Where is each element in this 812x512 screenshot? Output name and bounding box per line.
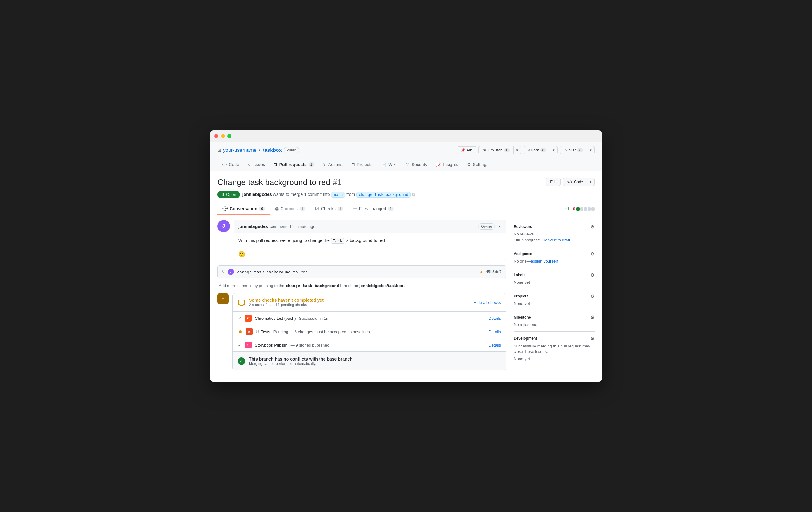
repo-name-link[interactable]: taskbox <box>263 147 282 153</box>
merge-ok-icon: ✓ <box>238 357 245 365</box>
storybook-logo: S <box>245 341 252 349</box>
info-repo-link[interactable]: jonniebigodes/taskbox <box>359 283 403 288</box>
commit-line: ⑂ J change task background to red ● 45b3… <box>218 265 506 278</box>
pin-button[interactable]: 📌 Pin <box>457 146 476 154</box>
pr-meta: ⇅ Open jonniebigodes wants to merge 1 co… <box>218 191 594 198</box>
edit-button[interactable]: Edit <box>546 178 561 186</box>
comment-time: commented 1 minute ago <box>270 224 316 229</box>
pr-author-name[interactable]: jonniebigodes <box>242 192 272 197</box>
tab-actions[interactable]: ▷ Actions <box>319 158 347 171</box>
star-button[interactable]: ☆ Star 0 <box>560 146 587 154</box>
pr-tab-files-changed[interactable]: ☰ Files changed 1 <box>348 203 399 215</box>
github-body: ⊡ your-username / taskbox Public 📌 Pin 👁… <box>210 142 602 382</box>
comment-owner-badge: Owner <box>478 223 495 230</box>
tab-code-label: Code <box>229 162 239 167</box>
code-btn-label: Code <box>574 180 583 184</box>
check-item-storybook: ✓ S Storybook Publish — 9 stories publis… <box>233 338 506 352</box>
milestone-header: Milestone ⚙ <box>514 315 594 320</box>
reviewers-gear-icon[interactable]: ⚙ <box>590 224 594 229</box>
conversation-icon: 💬 <box>223 206 228 211</box>
tab-wiki-label: Wiki <box>388 162 396 167</box>
details-link-chromatic[interactable]: Details <box>488 316 501 321</box>
code-caret[interactable]: ▾ <box>587 178 594 186</box>
tab-security[interactable]: 🛡 Security <box>401 158 432 171</box>
minimize-button[interactable] <box>221 134 225 138</box>
code-button[interactable]: </> Code <box>563 178 587 186</box>
reviewers-value: No reviews <box>514 232 594 236</box>
tab-issues[interactable]: ○ Issues <box>243 158 269 171</box>
actions-icon: ▷ <box>323 162 326 167</box>
checks-icon: ☑ <box>315 206 319 211</box>
check-item-chromatic: ✓ C Chromatic / test (push) Successful i… <box>233 312 506 325</box>
emoji-button[interactable]: 🙂 <box>238 251 245 257</box>
unwatch-caret[interactable]: ▾ <box>513 146 521 154</box>
conversation-badge: 0 <box>259 207 265 211</box>
details-link-sb[interactable]: Details <box>488 343 501 348</box>
close-button[interactable] <box>214 134 219 138</box>
tab-insights[interactable]: 📈 Insights <box>432 158 462 171</box>
pr-tab-commits[interactable]: ◎ Commits 1 <box>270 203 310 215</box>
comment-box: jonniebigodes commented 1 minute ago Own… <box>234 220 506 260</box>
tab-pr-badge: 1 <box>309 162 314 167</box>
diff-block-2 <box>580 208 583 211</box>
unwatch-count: 1 <box>504 148 510 152</box>
repo-bar: ⊡ your-username / taskbox Public 📌 Pin 👁… <box>210 142 602 158</box>
info-branch: change-task-background <box>286 283 339 288</box>
maximize-button[interactable] <box>227 134 231 138</box>
sidebar-development: Development ⚙ Successfully merging this … <box>514 332 594 365</box>
details-link-ui[interactable]: Details <box>488 329 501 334</box>
tab-settings-label: Settings <box>473 162 489 167</box>
browser-window: ⊡ your-username / taskbox Public 📌 Pin 👁… <box>210 130 602 382</box>
tab-code[interactable]: <> Code <box>218 158 243 171</box>
star-caret[interactable]: ▾ <box>587 146 594 154</box>
comment-more-options[interactable]: ··· <box>497 224 501 229</box>
check-status-chromatic: Successful in 1m <box>299 316 329 321</box>
projects-gear-icon[interactable]: ⚙ <box>590 294 594 299</box>
commits-icon: ◎ <box>275 206 279 211</box>
labels-header: Labels ⚙ <box>514 272 594 277</box>
convert-to-draft-link[interactable]: Convert to draft <box>542 238 570 242</box>
development-gear-icon[interactable]: ⚙ <box>590 336 594 341</box>
pr-tab-checks[interactable]: ☑ Checks 1 <box>310 203 348 215</box>
pin-label: Pin <box>467 148 472 152</box>
pr-header: Change task background to red #1 Edit </… <box>218 178 594 187</box>
merge-title: This branch has no conflicts with the ba… <box>249 357 352 361</box>
ui-tests-logo: UI <box>246 328 253 335</box>
commit-hash[interactable]: 45b3dc7 <box>486 270 501 274</box>
pr-title: Change task background to red #1 <box>218 178 342 187</box>
comment-code-tag: Task <box>331 238 344 244</box>
merge-check: ✓ This branch has no conflicts with the … <box>233 352 506 370</box>
diff-stats: +1 −0 <box>565 207 594 211</box>
repo-owner-link[interactable]: your-username <box>223 147 257 153</box>
comment-author[interactable]: jonniebigodes <box>238 224 268 229</box>
unwatch-button[interactable]: 👁 Unwatch 1 <box>478 146 513 154</box>
milestone-gear-icon[interactable]: ⚙ <box>590 315 594 320</box>
pr-source-branch[interactable]: change-task-background <box>356 192 411 198</box>
pr-sub-tabs: 💬 Conversation 0 ◎ Commits 1 ☑ Checks 1 <box>218 203 594 215</box>
tab-settings[interactable]: ⚙ Settings <box>463 158 493 171</box>
assign-yourself-link[interactable]: assign yourself <box>531 259 558 264</box>
push-info-message: Add more commits by pushing to the chang… <box>218 283 506 288</box>
pr-target-branch[interactable]: main <box>331 192 345 198</box>
commit-message: change task background to red <box>237 270 477 274</box>
pr-main-column: J jonniebigodes commented 1 minute ago O… <box>218 220 506 375</box>
fork-button[interactable]: ⑂ Fork 0 <box>524 146 550 154</box>
tab-projects-label: Projects <box>357 162 373 167</box>
tab-pull-requests[interactable]: ⇅ Pull requests 1 <box>269 158 319 171</box>
check-status-sb: — 9 stories published. <box>291 343 331 348</box>
checks-title: Some checks haven't completed yet <box>249 298 324 303</box>
wiki-icon: 📄 <box>381 162 386 167</box>
pr-tab-conversation[interactable]: 💬 Conversation 0 <box>218 203 270 215</box>
tab-pr-label: Pull requests <box>279 162 307 167</box>
hide-checks-button[interactable]: Hide all checks <box>474 300 501 305</box>
labels-gear-icon[interactable]: ⚙ <box>590 272 594 277</box>
diff-block-1 <box>577 208 580 211</box>
assignees-none-text: No one— <box>514 259 531 264</box>
code-button-group: </> Code ▾ <box>563 178 594 186</box>
comment-actions: Owner ··· <box>478 223 501 230</box>
tab-wiki[interactable]: 📄 Wiki <box>377 158 401 171</box>
copy-branch-icon[interactable]: ⧉ <box>412 192 415 197</box>
assignees-gear-icon[interactable]: ⚙ <box>590 251 594 256</box>
fork-caret[interactable]: ▾ <box>550 146 557 154</box>
tab-projects[interactable]: ⊞ Projects <box>347 158 377 171</box>
